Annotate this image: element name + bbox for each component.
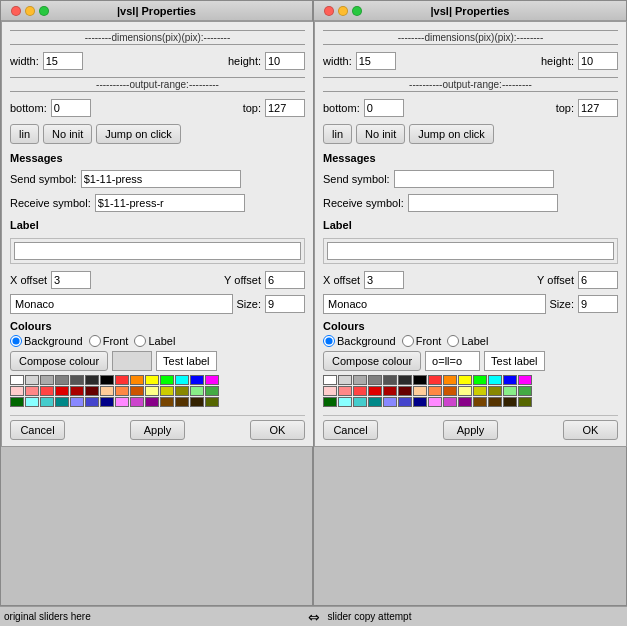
color-cell[interactable] bbox=[413, 386, 427, 396]
color-cell[interactable] bbox=[40, 386, 54, 396]
left-background-radio[interactable] bbox=[10, 335, 22, 347]
color-cell[interactable] bbox=[40, 397, 54, 407]
left-cancel-button[interactable]: Cancel bbox=[10, 420, 65, 440]
color-cell[interactable] bbox=[338, 386, 352, 396]
color-cell[interactable] bbox=[205, 375, 219, 385]
color-cell[interactable] bbox=[100, 397, 114, 407]
color-cell[interactable] bbox=[368, 386, 382, 396]
left-y-offset-input[interactable] bbox=[265, 271, 305, 289]
color-cell[interactable] bbox=[10, 386, 24, 396]
color-cell[interactable] bbox=[175, 375, 189, 385]
color-cell[interactable] bbox=[428, 386, 442, 396]
right-size-input[interactable] bbox=[578, 295, 618, 313]
right-minimize-button[interactable] bbox=[338, 6, 348, 16]
left-label-radio[interactable] bbox=[134, 335, 146, 347]
color-cell[interactable] bbox=[338, 397, 352, 407]
color-cell[interactable] bbox=[175, 397, 189, 407]
left-ok-button[interactable]: OK bbox=[250, 420, 305, 440]
left-jump-on-click-button[interactable]: Jump on click bbox=[96, 124, 181, 144]
color-cell[interactable] bbox=[190, 397, 204, 407]
color-cell[interactable] bbox=[488, 386, 502, 396]
color-cell[interactable] bbox=[160, 386, 174, 396]
color-cell[interactable] bbox=[413, 397, 427, 407]
right-y-offset-input[interactable] bbox=[578, 271, 618, 289]
right-label-radio[interactable] bbox=[447, 335, 459, 347]
right-front-radio[interactable] bbox=[402, 335, 414, 347]
right-receive-symbol-input[interactable] bbox=[408, 194, 558, 212]
color-cell[interactable] bbox=[353, 375, 367, 385]
color-cell[interactable] bbox=[85, 386, 99, 396]
color-cell[interactable] bbox=[473, 375, 487, 385]
color-cell[interactable] bbox=[205, 397, 219, 407]
left-label-input[interactable] bbox=[14, 242, 301, 260]
color-cell[interactable] bbox=[413, 375, 427, 385]
color-cell[interactable] bbox=[130, 397, 144, 407]
right-width-input[interactable] bbox=[356, 52, 396, 70]
right-jump-on-click-button[interactable]: Jump on click bbox=[409, 124, 494, 144]
color-cell[interactable] bbox=[25, 386, 39, 396]
left-send-symbol-input[interactable] bbox=[81, 170, 241, 188]
left-size-input[interactable] bbox=[265, 295, 305, 313]
color-cell[interactable] bbox=[443, 397, 457, 407]
color-cell[interactable] bbox=[488, 397, 502, 407]
color-cell[interactable] bbox=[488, 375, 502, 385]
color-cell[interactable] bbox=[323, 397, 337, 407]
left-compose-button[interactable]: Compose colour bbox=[10, 351, 108, 371]
left-lin-button[interactable]: lin bbox=[10, 124, 39, 144]
right-radio-front[interactable]: Front bbox=[402, 335, 442, 347]
left-radio-background[interactable]: Background bbox=[10, 335, 83, 347]
color-cell[interactable] bbox=[55, 375, 69, 385]
color-cell[interactable] bbox=[458, 397, 472, 407]
color-cell[interactable] bbox=[100, 375, 114, 385]
left-maximize-button[interactable] bbox=[39, 6, 49, 16]
color-cell[interactable] bbox=[398, 386, 412, 396]
left-radio-label[interactable]: Label bbox=[134, 335, 175, 347]
color-cell[interactable] bbox=[503, 397, 517, 407]
color-cell[interactable] bbox=[55, 386, 69, 396]
color-cell[interactable] bbox=[70, 397, 84, 407]
color-cell[interactable] bbox=[40, 375, 54, 385]
color-cell[interactable] bbox=[383, 397, 397, 407]
right-close-button[interactable] bbox=[324, 6, 334, 16]
right-x-offset-input[interactable] bbox=[364, 271, 404, 289]
left-x-offset-input[interactable] bbox=[51, 271, 91, 289]
color-cell[interactable] bbox=[428, 397, 442, 407]
color-cell[interactable] bbox=[518, 375, 532, 385]
right-ok-button[interactable]: OK bbox=[563, 420, 618, 440]
right-compose-button[interactable]: Compose colour bbox=[323, 351, 421, 371]
color-cell[interactable] bbox=[25, 397, 39, 407]
color-cell[interactable] bbox=[503, 375, 517, 385]
color-cell[interactable] bbox=[10, 397, 24, 407]
color-cell[interactable] bbox=[115, 386, 129, 396]
color-cell[interactable] bbox=[10, 375, 24, 385]
right-bottom-input[interactable] bbox=[364, 99, 404, 117]
color-cell[interactable] bbox=[428, 375, 442, 385]
left-close-button[interactable] bbox=[11, 6, 21, 16]
color-cell[interactable] bbox=[353, 386, 367, 396]
right-maximize-button[interactable] bbox=[352, 6, 362, 16]
left-receive-symbol-input[interactable] bbox=[95, 194, 245, 212]
color-cell[interactable] bbox=[473, 397, 487, 407]
color-cell[interactable] bbox=[383, 375, 397, 385]
right-cancel-button[interactable]: Cancel bbox=[323, 420, 378, 440]
color-cell[interactable] bbox=[323, 386, 337, 396]
color-cell[interactable] bbox=[518, 397, 532, 407]
color-cell[interactable] bbox=[70, 375, 84, 385]
color-cell[interactable] bbox=[353, 397, 367, 407]
right-send-symbol-input[interactable] bbox=[394, 170, 554, 188]
left-width-input[interactable] bbox=[43, 52, 83, 70]
color-cell[interactable] bbox=[55, 397, 69, 407]
color-cell[interactable] bbox=[145, 397, 159, 407]
color-cell[interactable] bbox=[473, 386, 487, 396]
color-cell[interactable] bbox=[338, 375, 352, 385]
color-cell[interactable] bbox=[85, 375, 99, 385]
color-cell[interactable] bbox=[458, 375, 472, 385]
color-cell[interactable] bbox=[85, 397, 99, 407]
color-cell[interactable] bbox=[160, 397, 174, 407]
color-cell[interactable] bbox=[503, 386, 517, 396]
color-cell[interactable] bbox=[443, 375, 457, 385]
left-no-init-button[interactable]: No init bbox=[43, 124, 92, 144]
color-cell[interactable] bbox=[458, 386, 472, 396]
right-top-input[interactable] bbox=[578, 99, 618, 117]
color-cell[interactable] bbox=[368, 397, 382, 407]
